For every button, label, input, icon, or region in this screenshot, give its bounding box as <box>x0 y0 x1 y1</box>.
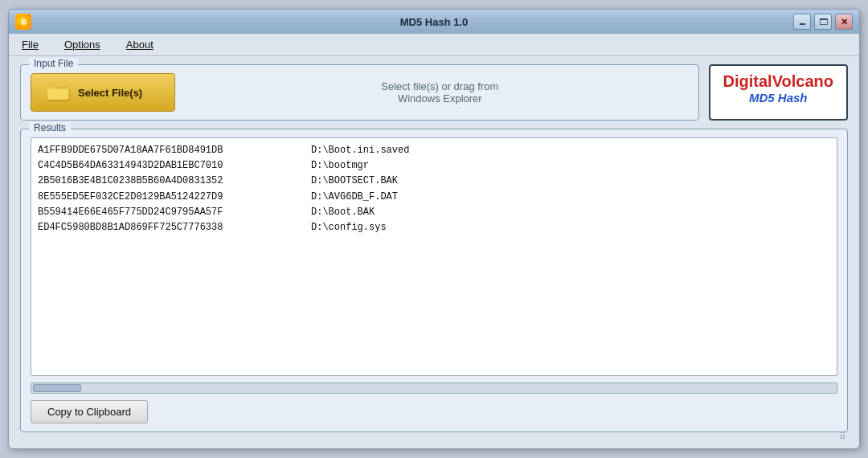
hash-value: ED4FC5980BD8B1AD869FF725C7776338 <box>38 220 279 235</box>
menu-options[interactable]: Options <box>58 37 107 52</box>
window-title: MD5 Hash 1.0 <box>9 16 859 28</box>
scrollbar-thumb[interactable] <box>33 384 81 392</box>
file-path: D:\config.sys <box>311 220 387 235</box>
logo-box: DigitalVolcano MD5 Hash <box>709 64 848 121</box>
file-path: D:\Boot.ini.saved <box>311 143 409 158</box>
hash-value: A1FFB9DDE675D07A18AA7F61BD8491DB <box>38 143 279 158</box>
close-button[interactable]: ✕ <box>835 14 853 30</box>
resize-grip[interactable]: ⠿ <box>2 431 846 442</box>
input-file-legend: Input File <box>29 58 78 69</box>
hash-value: B559414E66E465F775DD24C9795AA57F <box>38 205 279 220</box>
menu-file[interactable]: File <box>15 37 45 52</box>
logo-brand: DigitalVolcano <box>723 72 833 91</box>
table-row: 8E555ED5EF032CE2D0129BA5124227D9D:\AVG6D… <box>38 190 830 205</box>
input-file-section: Input File Select File(s) Select <box>20 64 699 121</box>
minimize-button[interactable]: 🗕 <box>793 14 811 30</box>
results-box[interactable]: A1FFB9DDE675D07A18AA7F61BD8491DBD:\Boot.… <box>31 137 837 376</box>
hash-value: C4C4D5B64DA63314943D2DAB1EBC7010 <box>38 158 279 174</box>
folder-icon <box>47 84 70 101</box>
file-path: D:\AVG6DB_F.DAT <box>311 190 398 205</box>
logo-brand-part1: Digital <box>723 72 772 90</box>
horizontal-scrollbar[interactable] <box>31 382 837 394</box>
select-files-label: Select File(s) <box>78 87 142 99</box>
logo-subtitle: MD5 Hash <box>723 91 833 104</box>
table-row: A1FFB9DDE675D07A18AA7F61BD8491DBD:\Boot.… <box>38 143 830 158</box>
drag-hint: Select file(s) or drag from Windows Expl… <box>191 80 689 104</box>
menubar: File Options About <box>9 34 859 56</box>
results-legend: Results <box>29 122 71 133</box>
window-controls: 🗕 🗖 ✕ <box>793 14 853 30</box>
logo-brand-part2: Volcano <box>772 72 833 90</box>
table-row: ED4FC5980BD8B1AD869FF725C7776338D:\confi… <box>38 220 830 235</box>
hash-value: 2B5016B3E4B1C0238B5B60A4D0831352 <box>38 174 279 189</box>
results-section: Results A1FFB9DDE675D07A18AA7F61BD8491DB… <box>20 129 848 432</box>
content-area: Input File Select File(s) Select <box>9 56 859 440</box>
table-row: B559414E66E465F775DD24C9795AA57FD:\Boot.… <box>38 205 830 220</box>
titlebar: ⚙ MD5 Hash 1.0 🗕 🗖 ✕ <box>9 10 859 34</box>
menu-about[interactable]: About <box>120 37 160 52</box>
select-files-button[interactable]: Select File(s) <box>31 73 175 112</box>
hash-value: 8E555ED5EF032CE2D0129BA5124227D9 <box>38 190 279 205</box>
main-window: ⚙ MD5 Hash 1.0 🗕 🗖 ✕ File Options About … <box>8 9 860 449</box>
input-file-row: Select File(s) Select file(s) or drag fr… <box>31 73 689 112</box>
file-path: D:\Boot.BAK <box>311 205 375 220</box>
svg-rect-3 <box>48 89 68 99</box>
table-row: C4C4D5B64DA63314943D2DAB1EBC7010D:\bootm… <box>38 158 830 174</box>
maximize-button[interactable]: 🗖 <box>814 14 832 30</box>
file-path: D:\bootmgr <box>311 158 369 174</box>
app-icon: ⚙ <box>15 14 31 30</box>
file-path: D:\BOOTSECT.BAK <box>311 174 398 189</box>
table-row: 2B5016B3E4B1C0238B5B60A4D0831352D:\BOOTS… <box>38 174 830 189</box>
copy-to-clipboard-button[interactable]: Copy to Clipboard <box>31 400 148 423</box>
